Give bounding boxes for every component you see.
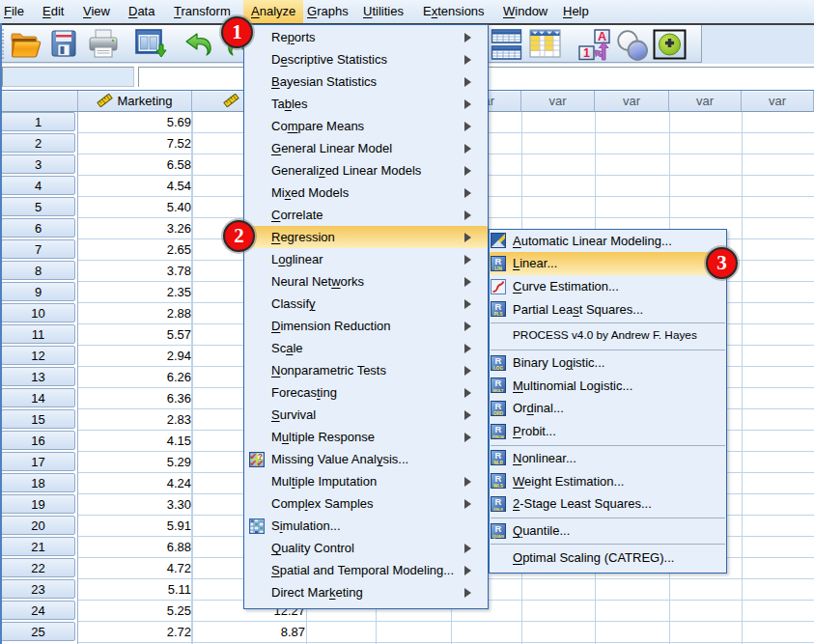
svg-text:PROB: PROB — [492, 434, 504, 439]
svg-text:2SLS: 2SLS — [493, 507, 503, 512]
svg-text:PLS: PLS — [494, 312, 503, 317]
svg-text:R: R — [495, 523, 502, 534]
svg-text:1: 1 — [583, 46, 590, 60]
svg-text:MULT: MULT — [493, 388, 504, 393]
svg-text:R: R — [495, 424, 502, 434]
svg-text:WLS: WLS — [493, 484, 503, 489]
svg-text:R: R — [495, 355, 502, 366]
svg-text:ORD: ORD — [493, 411, 504, 416]
svg-text:LIN: LIN — [494, 266, 502, 271]
svg-text:R: R — [495, 496, 502, 507]
svg-text:R: R — [495, 450, 502, 461]
svg-text:✔: ✔ — [257, 458, 265, 466]
svg-text:LOG: LOG — [493, 366, 503, 371]
svg-text:QUAN: QUAN — [492, 534, 504, 539]
svg-text:R: R — [495, 256, 502, 266]
svg-text:R: R — [495, 301, 502, 312]
svg-text:NLR: NLR — [493, 461, 503, 465]
svg-text:R: R — [495, 378, 502, 388]
svg-text:A: A — [598, 30, 606, 43]
svg-text:R: R — [495, 473, 502, 484]
svg-text:R: R — [495, 401, 502, 411]
